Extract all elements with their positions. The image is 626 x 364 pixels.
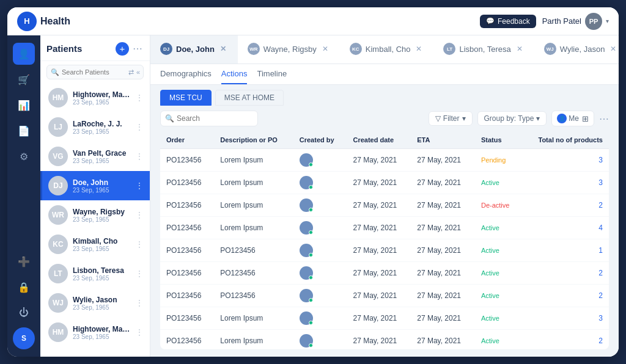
product-count[interactable]: 2 xyxy=(528,337,603,345)
tab-label: Kimball, Cho xyxy=(366,45,411,54)
patient-more-icon[interactable]: ⋮ xyxy=(135,93,144,103)
eta-cell: 27 May, 2021 xyxy=(411,239,475,262)
product-count[interactable]: 4 xyxy=(528,224,603,232)
created-date-cell: 27 May, 2021 xyxy=(347,285,411,307)
tab-close-icon[interactable]: ✕ xyxy=(608,44,618,54)
patient-date: 23 Sep, 1965 xyxy=(73,187,130,194)
power-nav-icon[interactable]: ⏻ xyxy=(13,302,35,324)
created-by-cell xyxy=(293,239,347,262)
patient-tab[interactable]: LT Lisbon, Teresa ✕ xyxy=(433,35,534,64)
product-count[interactable]: 2 xyxy=(528,269,603,277)
patient-tab[interactable]: DJ Doe, John ✕ xyxy=(150,35,238,64)
patient-list-item[interactable]: HM Hightower, Madel... 23 Sep, 1965 ⋮ xyxy=(40,318,150,347)
table-toolbar: 🔍 ▽ Filter ▾ Group by: Type ▾ xyxy=(160,106,609,131)
status-cell: Active xyxy=(475,307,521,330)
product-count[interactable]: 2 xyxy=(528,201,603,209)
patient-list-item[interactable]: WJ Wylie, Jason 23 Sep, 1965 ⋮ xyxy=(40,288,150,318)
patient-date: 23 Sep, 1965 xyxy=(73,128,130,135)
patient-list-item[interactable]: LJ LaRoche, J. J. 23 Sep, 1965 ⋮ xyxy=(40,112,150,142)
me-filter-button[interactable]: 👤 Me ⊞ xyxy=(551,111,594,126)
patient-more-icon[interactable]: ⋮ xyxy=(135,122,144,132)
product-count[interactable]: 3 xyxy=(528,156,603,164)
tab-close-icon[interactable]: ✕ xyxy=(515,44,525,54)
table-area: 🔍 ▽ Filter ▾ Group by: Type ▾ xyxy=(150,106,619,357)
chevron-down-icon: ▾ xyxy=(606,18,609,24)
product-count[interactable]: 2 xyxy=(528,291,603,300)
count-cell: 3 xyxy=(521,307,609,330)
analytics-nav-icon[interactable]: 📊 xyxy=(13,94,35,116)
count-cell: 2 xyxy=(521,330,609,350)
tab-avatar: WR xyxy=(248,43,260,55)
patient-more-icon[interactable]: ⋮ xyxy=(135,210,144,220)
table-row: PO123456 Lorem Ipsum 27 May, 2021 27 May… xyxy=(160,330,609,350)
created-date-cell: 27 May, 2021 xyxy=(347,239,411,262)
patient-tab[interactable]: WJ Wylie, Jason ✕ xyxy=(534,35,619,64)
product-count[interactable]: 3 xyxy=(528,178,603,187)
tab-avatar: KC xyxy=(350,43,362,55)
patient-list-item[interactable]: DJ Doe, John 23 Sep, 1965 ⋮ xyxy=(40,171,150,200)
sub-nav-item[interactable]: Actions xyxy=(221,64,248,84)
lock-nav-icon[interactable]: 🔒 xyxy=(13,276,35,298)
cart-nav-icon[interactable]: 🛒 xyxy=(13,68,35,90)
patient-list-item[interactable]: WR Wayne, Rigsby 23 Sep, 1965 ⋮ xyxy=(40,200,150,230)
patient-list-item[interactable]: LT Lisbon, Teresa 23 Sep, 1965 ⋮ xyxy=(40,259,150,288)
add-patient-button[interactable]: + xyxy=(116,42,129,56)
filter-icon[interactable]: ⇄ xyxy=(128,68,134,76)
tab-label: Lisbon, Teresa xyxy=(459,45,510,54)
patient-name: Lisbon, Teresa xyxy=(73,266,130,275)
profile-nav-icon[interactable]: S xyxy=(13,327,35,349)
secondary-tab[interactable]: MSE TCU xyxy=(160,90,212,106)
patient-tab[interactable]: KC Kimball, Cho ✕ xyxy=(340,35,434,64)
patient-list-item[interactable]: VG Van Pelt, Grace 23 Sep, 1965 ⋮ xyxy=(40,142,150,171)
patient-more-icon[interactable]: ⋮ xyxy=(135,239,144,249)
col-header: ETA xyxy=(411,131,475,149)
patient-list-item[interactable]: HM Hightower, Madel... 23 Sep, 1965 ⋮ xyxy=(40,83,150,112)
tab-close-icon[interactable]: ✕ xyxy=(320,44,330,54)
sub-nav: DemographicsActionsTimeline xyxy=(150,64,619,85)
order-cell: PO123456 xyxy=(160,149,214,172)
user-menu[interactable]: Parth Patel PP ▾ xyxy=(542,13,609,30)
panel-more-button[interactable]: ⋯ xyxy=(131,42,144,56)
documents-nav-icon[interactable]: 📄 xyxy=(13,120,35,142)
filter-chevron: ▾ xyxy=(462,114,466,123)
groupby-button[interactable]: Group by: Type ▾ xyxy=(477,111,547,126)
sub-nav-item[interactable]: Timeline xyxy=(257,64,287,84)
col-header: Description or PO xyxy=(214,131,293,149)
sub-nav-item[interactable]: Demographics xyxy=(160,64,212,84)
eta-cell: 27 May, 2021 xyxy=(411,330,475,350)
status-badge: Active xyxy=(481,224,499,231)
status-cell: Active xyxy=(475,172,521,194)
tab-close-icon[interactable]: ✕ xyxy=(414,44,424,54)
table-search-input[interactable] xyxy=(160,111,258,126)
collapse-icon[interactable]: « xyxy=(136,68,140,76)
patient-tab[interactable]: WR Wayne, Rigsby ✕ xyxy=(238,35,340,64)
patient-more-icon[interactable]: ⋮ xyxy=(135,298,144,308)
order-cell: PO123456 xyxy=(160,285,214,307)
settings-nav-icon[interactable]: ⚙ xyxy=(13,145,35,167)
product-count[interactable]: 1 xyxy=(528,246,603,255)
patient-more-icon[interactable]: ⋮ xyxy=(135,151,144,161)
patient-date: 23 Sep, 1965 xyxy=(73,99,130,106)
product-count[interactable]: 3 xyxy=(528,314,603,322)
order-cell: PO123456 xyxy=(160,262,214,285)
tab-close-icon[interactable]: ✕ xyxy=(218,44,228,54)
patient-avatar: VG xyxy=(48,147,68,166)
patient-more-icon[interactable]: ⋮ xyxy=(135,269,144,278)
patient-more-icon[interactable]: ⋮ xyxy=(135,181,144,191)
feedback-button[interactable]: 💬 Feedback xyxy=(480,15,536,28)
patient-panel: Patients + ⋯ 🔍 ⇄ « HM Hightower, xyxy=(40,35,150,357)
creator-avatar xyxy=(300,244,313,257)
logo-icon[interactable]: H xyxy=(17,12,37,31)
patient-date: 23 Sep, 1965 xyxy=(73,304,130,311)
logo-area: H Health xyxy=(17,12,70,31)
status-badge: Active xyxy=(481,179,499,186)
secondary-tab[interactable]: MSE AT HOME xyxy=(215,90,284,106)
patient-more-icon[interactable]: ⋮ xyxy=(135,327,144,337)
creator-avatar xyxy=(300,176,313,189)
filter-button[interactable]: ▽ Filter ▾ xyxy=(429,111,473,126)
grid-icon: ⊞ xyxy=(582,114,589,123)
add-nav-icon[interactable]: ➕ xyxy=(13,250,35,272)
toolbar-more-button[interactable]: ⋯ xyxy=(599,113,609,125)
patient-list-item[interactable]: KC Kimball, Cho 23 Sep, 1965 ⋮ xyxy=(40,230,150,259)
patients-nav-icon[interactable]: 👤 xyxy=(13,43,35,65)
